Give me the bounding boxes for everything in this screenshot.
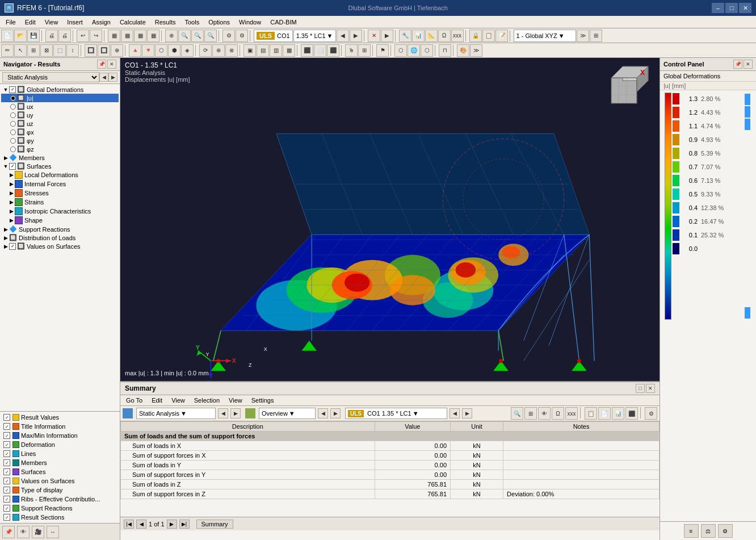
tb2-b20[interactable]: ▥ [270,44,282,57]
tb2-b2[interactable]: ↖ [14,44,27,57]
expand-surfaces-icon[interactable]: ▼ [2,163,9,170]
tb-b11[interactable]: 🔧 [399,30,411,42]
tb-undo[interactable]: ↩ [77,30,89,42]
menu-view[interactable]: View [40,18,63,27]
tb2-b1[interactable]: ✏ [1,44,14,57]
tb-b8[interactable]: 🔍 [204,30,217,42]
tb-b4[interactable]: ▦ [147,30,159,42]
nav-controls[interactable]: 📌 ✕ [97,60,116,69]
check-lines[interactable]: ✓ [3,450,10,457]
nav-analysis-select[interactable]: Static Analysis [2,72,99,82]
menu-edit[interactable]: Edit [20,18,40,27]
tree-item-shape[interactable]: ▶ Shape [1,216,119,225]
cp-btn-settings[interactable]: ⚙ [718,524,733,538]
tree-item-strains[interactable]: ▶ Strains [1,198,119,207]
tb-b13[interactable]: 📐 [425,30,438,42]
summary-menu-goto[interactable]: Go To [123,396,146,405]
tb-print[interactable]: 🖨 [45,30,58,42]
tb2-b28[interactable]: ⬡ [394,44,407,57]
page-last-button[interactable]: ▶| [179,520,190,529]
summary-maximize-button[interactable]: □ [636,384,645,393]
maximize-button[interactable]: □ [725,3,738,13]
expand-icon[interactable]: ▼ [2,86,9,93]
tb-b16[interactable]: 🔒 [469,30,482,42]
check-members[interactable]: ✓ [3,459,10,466]
tb-b2[interactable]: ▦ [121,30,133,42]
tb-b3[interactable]: ▦ [134,30,146,42]
tb-b10[interactable]: ⚙ [236,30,248,42]
tb2-b31[interactable]: ⊓ [439,44,451,57]
page-first-button[interactable]: |◀ [124,520,134,529]
summary-tab[interactable]: Summary [196,520,233,529]
cp-pin-button[interactable]: 📌 [733,60,742,69]
cp-close-button[interactable]: ✕ [744,60,753,69]
summary-tb-search[interactable]: 🔍 [511,407,523,420]
uls-dropdown[interactable]: ULS CO1 [254,30,293,42]
check-type-display[interactable]: ✓ [3,487,10,493]
summary-menu-settings[interactable]: Settings [248,396,278,405]
tb-b17[interactable]: 📋 [482,30,495,42]
tree-item-phiz[interactable]: 🔲 φz [1,145,119,153]
tb2-b9[interactable]: ⊕ [111,44,123,57]
minimize-button[interactable]: – [712,3,724,13]
menu-assign[interactable]: Assign [87,18,115,27]
checkbox-global-def[interactable]: ✓ [9,86,16,93]
tb-b12[interactable]: 📊 [412,30,425,42]
check-title-info[interactable]: ✓ [3,423,10,430]
co-value-dropdown[interactable]: 1.35 * LC1 ▼ [293,30,336,42]
menu-cad-bim[interactable]: CAD-BIM [266,18,301,27]
nav-deformation[interactable]: ✓ Deformation [1,440,119,449]
summary-header-controls[interactable]: □ ✕ [636,384,655,393]
radio-phix[interactable] [10,129,16,135]
tree-item-phiy[interactable]: 🔲 φy [1,136,119,145]
nav-prev-button[interactable]: ◀ [99,73,108,82]
expand-shape-icon[interactable]: ▶ [8,217,15,224]
nav-btn4[interactable]: ↔ [47,526,59,538]
tb2-b13[interactable]: ⬢ [168,44,180,57]
nav-support-reactions-bottom[interactable]: ✓ Support Reactions [1,504,119,513]
tb2-b25[interactable]: 🖱 [345,44,358,57]
check-result-values[interactable]: ✓ [3,414,10,421]
nav-next-button[interactable]: ▶ [108,73,117,82]
nav-close-button[interactable]: ✕ [107,60,116,69]
expand-support-icon[interactable]: ▶ [2,226,9,233]
summary-tb-b5[interactable]: xxx [565,407,578,420]
tree-item-global-deformations[interactable]: ▼ ✓ 🔲 Global Deformations [1,85,119,94]
tb-b6[interactable]: 🔍 [178,30,191,42]
radio-u[interactable] [10,95,16,101]
tb-redo[interactable]: ↪ [90,30,102,42]
tb2-b27[interactable]: ⚑ [376,44,389,57]
tree-item-surfaces[interactable]: ▼ ✓ 🔲 Surfaces [1,162,119,170]
tb2-b10[interactable]: 🔺 [129,44,141,57]
tree-item-values-surfaces[interactable]: ▶ ✓ 🔲 Values on Surfaces [1,242,119,250]
tb2-b15[interactable]: ⟳ [199,44,212,57]
tb2-b29[interactable]: 🌐 [408,44,420,57]
summary-prev-overview[interactable]: ◀ [318,408,328,418]
tb2-b14[interactable]: ◈ [181,44,194,57]
summary-next-co[interactable]: ▶ [462,408,472,418]
3d-cube-navigator[interactable]: X [608,64,654,109]
nav-lines[interactable]: ✓ Lines [1,449,119,458]
tb2-b17[interactable]: ⊗ [225,44,238,57]
nav-btn1[interactable]: 📌 [2,526,15,538]
summary-tb-b9[interactable]: ⬛ [625,407,638,420]
tb2-b4[interactable]: ⊠ [40,44,53,57]
tb2-b33[interactable]: ≫ [470,44,482,57]
tb2-b18[interactable]: ▣ [243,44,256,57]
tb2-b22[interactable]: ⬛ [301,44,313,57]
summary-tb-b6[interactable]: 📋 [585,407,597,420]
page-next-button[interactable]: ▶ [167,520,177,529]
summary-tb-filter[interactable]: ⊞ [524,407,537,420]
menu-results[interactable]: Results [150,18,180,27]
checkbox-values-surfaces[interactable]: ✓ [9,243,16,250]
menu-insert[interactable]: Insert [62,18,87,27]
expand-distribution-icon[interactable]: ▶ [2,235,9,241]
summary-close-button[interactable]: ✕ [646,384,655,393]
nav-members-bottom[interactable]: ✓ Members [1,458,119,467]
tree-item-members[interactable]: ▶ 🔷 Members [1,153,119,162]
tb-prev-co[interactable]: ◀ [337,30,349,42]
summary-tb-b8[interactable]: 📊 [612,407,624,420]
nav-maxmin-info[interactable]: ✓ Max/Min Information [1,431,119,440]
expand-strains-icon[interactable]: ▶ [8,199,15,206]
tb2-b6[interactable]: ↕ [66,44,79,57]
